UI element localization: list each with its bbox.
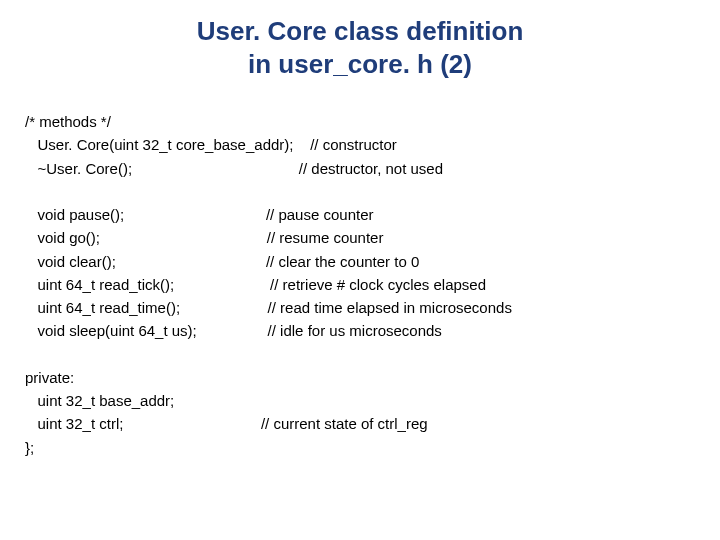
code-content: /* methods */ User. Core(uint 32_t core_…: [25, 110, 695, 459]
title-line-2: in user_core. h (2): [248, 49, 472, 79]
title-line-1: User. Core class definition: [197, 16, 524, 46]
slide-title: User. Core class definition in user_core…: [25, 15, 695, 80]
slide-container: User. Core class definition in user_core…: [0, 0, 720, 474]
